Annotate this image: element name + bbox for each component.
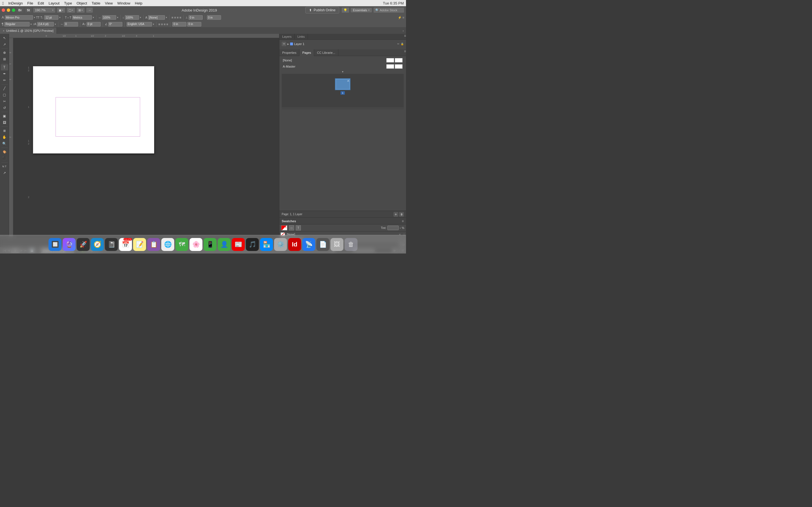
dock-facetime[interactable]: 📱 — [204, 238, 216, 251]
tracking-input[interactable] — [64, 22, 78, 26]
dock-facetime2[interactable]: 👤 — [218, 238, 231, 251]
swatch-type-t-button[interactable]: T — [296, 225, 301, 230]
font-size-down-icon[interactable]: T↓ — [40, 16, 43, 19]
apple-menu[interactable]:  — [2, 1, 4, 6]
dock-finder[interactable]: 🔲 — [49, 238, 61, 251]
para-align-right-icon[interactable]: ≡ — [164, 22, 165, 26]
menu-window[interactable]: Window — [117, 1, 130, 5]
pages-tab[interactable]: Pages — [299, 49, 314, 56]
type-tool[interactable]: T — [1, 64, 8, 70]
zoom-control[interactable]: 190.7% ▾ — [33, 7, 56, 13]
dock-stickies[interactable]: 📝 — [133, 238, 146, 251]
dock-news[interactable]: 📰 — [232, 238, 245, 251]
menu-file[interactable]: File — [28, 1, 33, 5]
swatches-menu-icon[interactable]: ≡ — [402, 219, 404, 223]
rectangle-frame-tool[interactable]: ▣ — [1, 113, 8, 119]
document-tab[interactable]: × Untitled-1 @ 191% [GPU Preview] — [0, 27, 57, 34]
dock-notes[interactable]: 📓 — [105, 238, 118, 251]
skew-input[interactable] — [108, 22, 122, 26]
dock-calendar[interactable]: 📅 13,173 — [119, 238, 132, 251]
screen-mode-button[interactable]: ▢ ▾ — [66, 7, 75, 13]
para-align-left-icon[interactable]: ≡ — [158, 22, 160, 26]
align-right-icon[interactable]: ≡ — [177, 16, 179, 19]
gap-tool[interactable]: ⊞ — [1, 56, 8, 62]
line-tool[interactable]: ╱ — [1, 86, 8, 92]
cc-libraries-tab[interactable]: CC Librarie... — [314, 49, 338, 56]
language-input[interactable] — [126, 22, 152, 26]
dock-music[interactable]: 🎵 — [246, 238, 259, 251]
panel-menu-icon[interactable]: ≡ — [403, 16, 404, 19]
fill-input[interactable] — [148, 15, 165, 20]
right-panel-menu-icon[interactable]: ≡ — [404, 34, 406, 40]
eyedropper-tool[interactable]: ↗ — [1, 170, 8, 176]
lightning-icon[interactable]: ⚡ — [398, 16, 402, 19]
smooth-tool[interactable]: ↺ — [1, 105, 8, 111]
align-left-icon[interactable]: ≡ — [171, 16, 173, 19]
layer-lock-icon[interactable]: 🔒 — [401, 43, 404, 45]
para-align-center-icon[interactable]: ≡ — [161, 22, 163, 26]
lightbulb-button[interactable]: 💡 — [342, 7, 349, 13]
space-before-input[interactable] — [172, 22, 186, 26]
scale-v-input[interactable] — [125, 15, 139, 20]
hand-tool[interactable]: ✋ — [1, 134, 8, 140]
dock-trash[interactable]: 🗑 — [345, 238, 357, 251]
arrow-button[interactable]: → — [86, 7, 93, 13]
tint-input[interactable] — [388, 226, 399, 230]
minimize-button[interactable] — [7, 8, 10, 12]
layer-expand-icon[interactable]: ▶ — [287, 43, 289, 45]
maximize-button[interactable] — [12, 8, 15, 12]
page-1-thumbnail[interactable]: A — [335, 78, 350, 90]
pen-tool[interactable]: ✒ — [1, 71, 8, 77]
text-frame-grid-tool[interactable]: ≣ — [1, 128, 8, 134]
dock-chrome[interactable]: 🌐 — [161, 238, 174, 251]
dock-system-prefs[interactable]: ⚙️ — [274, 238, 287, 251]
font-name-input[interactable] — [5, 15, 33, 20]
view-quality-button[interactable]: ▣ ▾ — [57, 7, 65, 13]
text-frame[interactable] — [56, 97, 140, 136]
direct-select-tool[interactable]: ↗ — [1, 41, 8, 48]
zoom-tool[interactable]: 🔍 — [1, 140, 8, 147]
menu-table[interactable]: Table — [92, 1, 100, 5]
pencil-tool[interactable]: ✏ — [1, 77, 8, 83]
essentials-button[interactable]: Essentials ▾ — [350, 8, 372, 13]
menu-type[interactable]: Type — [64, 1, 72, 5]
scissors-tool[interactable]: ✂ — [1, 98, 8, 105]
font-size-input[interactable] — [44, 15, 58, 20]
menu-edit[interactable]: Edit — [38, 1, 44, 5]
swatch-tool[interactable]: ⬛ — [1, 155, 8, 161]
page-1-thumb-container[interactable]: A 1 — [335, 78, 350, 103]
panel-expand-icon[interactable]: › — [400, 29, 406, 33]
space-after-input[interactable] — [187, 22, 201, 26]
align-justify-icon[interactable]: ≡ — [180, 16, 181, 19]
swatch-color-mode-button[interactable]: ✕ — [281, 225, 287, 230]
layer-visibility-icon[interactable]: 👁 — [282, 42, 286, 46]
bridge-button[interactable]: Br — [16, 7, 24, 13]
dock-file-viewer[interactable]: 📋 — [147, 238, 160, 251]
align-center-icon[interactable]: ≡ — [174, 16, 176, 19]
delete-page-button[interactable]: 🗑 — [399, 212, 404, 217]
para-align-justify-icon[interactable]: ≡ — [166, 22, 168, 26]
dock-indesign[interactable]: Id — [288, 238, 301, 251]
secondary-panel-menu-icon[interactable]: ≡ — [404, 49, 406, 56]
layers-panel-tab[interactable]: Layers — [280, 34, 295, 40]
x-offset-input[interactable] — [189, 15, 203, 20]
color-fill-tool[interactable]: 🎨 — [1, 149, 8, 155]
page-tool[interactable]: ⊕ — [1, 50, 8, 56]
properties-tab[interactable]: Properties — [280, 49, 299, 56]
new-master-button[interactable]: ⊕ — [394, 212, 398, 217]
y-offset-input[interactable] — [207, 15, 221, 20]
a-master-row[interactable]: A-Master — [282, 63, 404, 69]
tab-close-icon[interactable]: × — [3, 29, 4, 33]
dock-siri[interactable]: 🔮 — [63, 238, 75, 251]
links-panel-tab[interactable]: Links — [295, 34, 308, 40]
scale-h-input[interactable] — [102, 15, 116, 20]
dock-appstore[interactable]: 🏪 — [260, 238, 273, 251]
notes-tool[interactable]: N T — [1, 163, 8, 170]
kerning-input[interactable] — [72, 15, 92, 20]
swatch-type-square-button[interactable]: □ — [289, 225, 294, 230]
layer-1-row[interactable]: 👁 ▶ Layer 1 ✏ 🔒 — [281, 41, 405, 47]
dock-safari[interactable]: 🧭 — [91, 238, 104, 251]
search-stock-button[interactable]: 🔍 Adobe Stock — [373, 7, 404, 13]
dock-launchpad[interactable]: 🚀 — [77, 238, 90, 251]
layout-button[interactable]: ⊞ ▾ — [77, 7, 85, 13]
